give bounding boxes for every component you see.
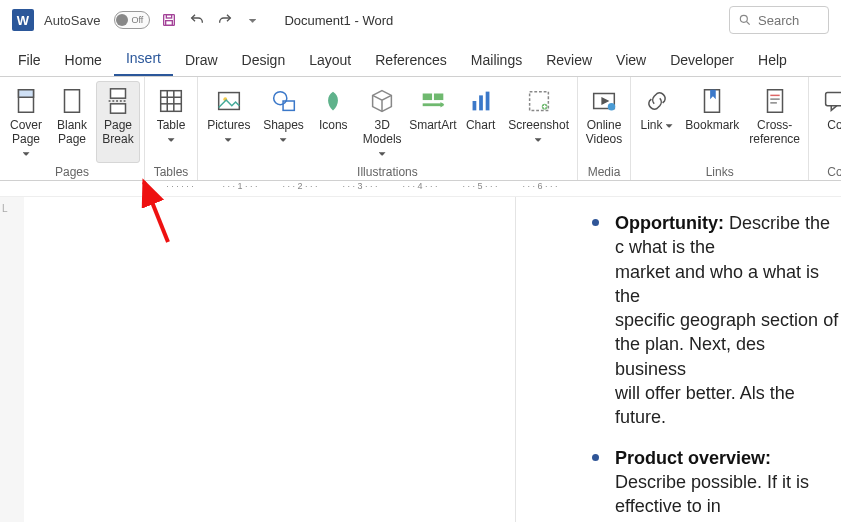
left-gutter bbox=[0, 197, 24, 522]
shapes-button[interactable]: Shapes ⏷ bbox=[258, 81, 310, 163]
tab-review[interactable]: Review bbox=[534, 44, 604, 76]
redo-icon[interactable] bbox=[216, 11, 234, 29]
table-button[interactable]: Table ⏷ bbox=[149, 81, 193, 163]
chart-button[interactable]: Chart bbox=[459, 81, 503, 163]
undo-icon[interactable] bbox=[188, 11, 206, 29]
comment-button[interactable]: Co bbox=[813, 81, 841, 163]
shapes-icon bbox=[268, 85, 300, 117]
document-content[interactable]: Opportunity: Describe the c what is them… bbox=[516, 197, 841, 522]
chart-button-label: Chart bbox=[466, 119, 495, 133]
search-input[interactable] bbox=[758, 13, 820, 28]
tab-home[interactable]: Home bbox=[53, 44, 114, 76]
ribbon-tabs: FileHomeInsertDrawDesignLayoutReferences… bbox=[0, 41, 841, 77]
customize-qat-icon[interactable]: ⏷ bbox=[244, 11, 262, 29]
svg-rect-11 bbox=[161, 91, 182, 112]
tab-view[interactable]: View bbox=[604, 44, 658, 76]
cover-page-button-label: CoverPage ⏷ bbox=[8, 119, 44, 160]
screenshot-icon bbox=[523, 85, 555, 117]
svg-rect-1 bbox=[167, 15, 172, 18]
bullet-text[interactable]: Product overview: Describe possible. If … bbox=[615, 446, 841, 519]
smartart-button[interactable]: SmartArt bbox=[409, 81, 456, 163]
svg-line-4 bbox=[747, 22, 750, 25]
document-title: Document1 - Word bbox=[284, 13, 393, 28]
online-videos-icon bbox=[588, 85, 620, 117]
search-icon bbox=[738, 13, 752, 27]
shapes-button-label: Shapes ⏷ bbox=[262, 119, 306, 147]
group-label-illustrations: Illustrations bbox=[202, 163, 573, 183]
bullet-item[interactable]: Product overview: Describe possible. If … bbox=[516, 444, 841, 522]
group-label-tables: Tables bbox=[149, 163, 193, 183]
search-box[interactable] bbox=[729, 6, 829, 34]
svg-rect-23 bbox=[479, 95, 483, 110]
bullet-item[interactable]: Opportunity: Describe the c what is them… bbox=[516, 209, 841, 444]
link-button-label: Link ⏷ bbox=[641, 119, 675, 133]
smartart-icon bbox=[417, 85, 449, 117]
group-label-media: Media bbox=[582, 163, 626, 183]
autosave-label: AutoSave bbox=[44, 13, 100, 28]
svg-rect-16 bbox=[219, 93, 240, 110]
word-icon: W bbox=[12, 9, 34, 31]
group-illustrations: Pictures ⏷Shapes ⏷Icons3DModels ⏷SmartAr… bbox=[198, 77, 578, 180]
pictures-button[interactable]: Pictures ⏷ bbox=[202, 81, 256, 163]
bookmark-button[interactable]: Bookmark bbox=[681, 81, 743, 163]
blank-page-icon bbox=[56, 85, 88, 117]
tab-references[interactable]: References bbox=[363, 44, 459, 76]
toggle-knob bbox=[116, 14, 128, 26]
autosave-state: Off bbox=[131, 15, 143, 25]
bullet-dot-icon bbox=[592, 219, 599, 226]
cover-page-icon bbox=[10, 85, 42, 117]
svg-rect-9 bbox=[111, 104, 126, 113]
group-co: CoCo bbox=[809, 77, 841, 180]
smartart-button-label: SmartArt bbox=[409, 119, 456, 133]
table-button-label: Table ⏷ bbox=[153, 119, 189, 147]
comment-icon bbox=[819, 85, 841, 117]
page-break-icon bbox=[102, 85, 134, 117]
pictures-icon bbox=[213, 85, 245, 117]
icons-button[interactable]: Icons bbox=[311, 81, 355, 163]
bookmark-icon bbox=[696, 85, 728, 117]
tab-draw[interactable]: Draw bbox=[173, 44, 230, 76]
save-icon[interactable] bbox=[160, 11, 178, 29]
cover-page-button[interactable]: CoverPage ⏷ bbox=[4, 81, 48, 163]
cross-reference-button[interactable]: Cross-reference bbox=[745, 81, 804, 163]
group-pages: CoverPage ⏷BlankPagePageBreakPages bbox=[0, 77, 145, 180]
autosave-toggle[interactable]: Off bbox=[114, 11, 150, 29]
screenshot-button[interactable]: Screenshot ⏷ bbox=[505, 81, 573, 163]
screenshot-button-label: Screenshot ⏷ bbox=[508, 119, 569, 147]
svg-rect-6 bbox=[19, 90, 34, 98]
svg-rect-30 bbox=[767, 90, 782, 113]
svg-rect-34 bbox=[826, 93, 841, 106]
tab-file[interactable]: File bbox=[6, 44, 53, 76]
ribbon: CoverPage ⏷BlankPagePageBreakPagesTable … bbox=[0, 77, 841, 181]
blank-page-button[interactable]: BlankPage bbox=[50, 81, 94, 163]
svg-rect-8 bbox=[111, 89, 126, 98]
table-icon bbox=[155, 85, 187, 117]
group-label-co: Co bbox=[813, 163, 841, 183]
title-bar: W AutoSave Off ⏷ Document1 - Word bbox=[0, 0, 841, 41]
page-break-button[interactable]: PageBreak bbox=[96, 81, 140, 163]
cross-reference-button-label: Cross-reference bbox=[749, 119, 800, 147]
group-media: OnlineVideosMedia bbox=[578, 77, 631, 180]
link-button[interactable]: Link ⏷ bbox=[635, 81, 679, 163]
cross-reference-icon bbox=[759, 85, 791, 117]
bookmark-button-label: Bookmark bbox=[685, 119, 739, 133]
svg-rect-22 bbox=[472, 101, 476, 110]
online-videos-button-label: OnlineVideos bbox=[586, 119, 622, 147]
tab-mailings[interactable]: Mailings bbox=[459, 44, 534, 76]
tab-help[interactable]: Help bbox=[746, 44, 799, 76]
3d-models-button-label: 3DModels ⏷ bbox=[361, 119, 403, 160]
tab-design[interactable]: Design bbox=[230, 44, 298, 76]
group-tables: Table ⏷Tables bbox=[145, 77, 198, 180]
3d-models-button[interactable]: 3DModels ⏷ bbox=[357, 81, 407, 163]
tab-insert[interactable]: Insert bbox=[114, 42, 173, 76]
svg-rect-2 bbox=[166, 21, 173, 26]
online-videos-button[interactable]: OnlineVideos bbox=[582, 81, 626, 163]
tab-developer[interactable]: Developer bbox=[658, 44, 746, 76]
page-break-button-label: PageBreak bbox=[102, 119, 133, 147]
tab-layout[interactable]: Layout bbox=[297, 44, 363, 76]
group-label-links: Links bbox=[635, 163, 804, 183]
blank-page-button-label: BlankPage bbox=[57, 119, 87, 147]
svg-rect-20 bbox=[423, 94, 432, 101]
bullet-text[interactable]: Opportunity: Describe the c what is them… bbox=[615, 211, 841, 430]
svg-rect-24 bbox=[485, 92, 489, 111]
